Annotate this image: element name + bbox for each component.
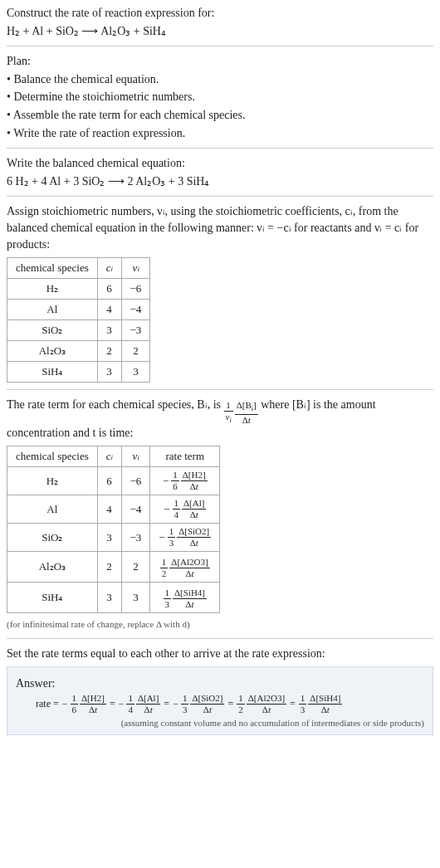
cell-c: 4 — [97, 300, 121, 320]
rate-expression: rate = −16 Δ[H2]Δt = −14 Δ[Al]Δt = −13 Δ… — [16, 694, 424, 714]
intro-part1: The rate term for each chemical species,… — [7, 398, 221, 411]
col-rate-term: rate term — [150, 446, 220, 467]
col-species: chemical species — [7, 446, 98, 467]
cell-rate-term: −13 Δ[SiO2]Δt — [150, 524, 220, 552]
table-header-row: chemical species cᵢ νᵢ rate term — [7, 446, 220, 467]
table-row: SiH₄ 3 3 13 Δ[SiH4]Δt — [7, 583, 220, 613]
sign: − — [164, 503, 169, 516]
cell-species: Al — [7, 495, 98, 524]
col-ci-text: cᵢ — [106, 450, 113, 462]
cell-rate-term: 12 Δ[Al2O3]Δt — [150, 552, 220, 583]
cell-v: 3 — [121, 362, 150, 383]
rate-label: rate = — [36, 698, 59, 710]
cell-v: −6 — [121, 467, 150, 495]
cell-v: −3 — [121, 524, 150, 552]
rate-terms-table: chemical species cᵢ νᵢ rate term H₂ 6 −6… — [7, 446, 220, 613]
cell-species: Al — [7, 300, 98, 320]
col-species: chemical species — [7, 258, 98, 279]
cell-species: H₂ — [7, 467, 98, 495]
plan-item: • Determine the stoichiometric numbers. — [7, 89, 433, 105]
cell-species: SiO₂ — [7, 524, 98, 552]
cell-rate-term: 13 Δ[SiH4]Δt — [150, 583, 220, 613]
cell-species: SiH₄ — [7, 583, 98, 613]
cell-c: 3 — [97, 524, 121, 552]
answer-label: Answer: — [16, 675, 424, 692]
cell-c: 2 — [97, 341, 121, 362]
balanced-equation: 6 H₂ + 4 Al + 3 SiO₂ ⟶ 2 Al₂O₃ + 3 SiH₄ — [7, 173, 433, 190]
frac-coef: 1νi — [224, 401, 233, 424]
table-row: H₂ 6 −6 — [7, 279, 150, 300]
sign: − — [159, 531, 164, 544]
table-row: Al₂O₃ 2 2 12 Δ[Al2O3]Δt — [7, 552, 220, 583]
cell-v: 2 — [121, 552, 150, 583]
col-vi: νᵢ — [121, 258, 150, 279]
cell-c: 6 — [97, 467, 121, 495]
table-row: SiH₄ 3 3 — [7, 362, 150, 383]
answer-note: (assuming constant volume and no accumul… — [16, 718, 424, 728]
col-vi-text: νᵢ — [133, 261, 139, 274]
table-row: SiO₂ 3 −3 — [7, 320, 150, 341]
table-row: Al₂O₃ 2 2 — [7, 341, 150, 362]
unbalanced-reaction: H₂ + Al + SiO₂ ⟶ Al₂O₃ + SiH₄ — [7, 23, 433, 40]
frac-delta: Δ[Bi]Δt — [235, 401, 258, 424]
plan-title: Plan: — [7, 53, 433, 70]
cell-c: 3 — [97, 320, 121, 341]
balanced-title: Write the balanced chemical equation: — [7, 155, 433, 172]
infinitesimal-note: (for infinitesimal rate of change, repla… — [7, 618, 433, 631]
cell-species: SiO₂ — [7, 320, 98, 341]
cell-v: −3 — [121, 320, 150, 341]
col-ci: cᵢ — [97, 446, 121, 467]
cell-v: 3 — [121, 583, 150, 613]
table-row: SiO₂ 3 −3 −13 Δ[SiO2]Δt — [7, 524, 220, 552]
cell-c: 3 — [97, 583, 121, 613]
answer-box: Answer: rate = −16 Δ[H2]Δt = −14 Δ[Al]Δt… — [7, 666, 433, 735]
cell-c: 2 — [97, 552, 121, 583]
cell-v: 2 — [121, 341, 150, 362]
col-vi: νᵢ — [121, 446, 150, 467]
col-ci: cᵢ — [97, 258, 121, 279]
divider — [7, 638, 433, 639]
plan-item: • Assemble the rate term for each chemic… — [7, 107, 433, 124]
cell-species: H₂ — [7, 279, 98, 300]
final-intro: Set the rate terms equal to each other t… — [7, 646, 433, 662]
plan-item-text: Assemble the rate term for each chemical… — [13, 109, 246, 121]
plan-item-text: Balance the chemical equation. — [13, 73, 159, 85]
divider — [7, 389, 433, 390]
cell-c: 6 — [97, 279, 121, 300]
prompt-text: Construct the rate of reaction expressio… — [7, 5, 433, 22]
cell-species: SiH₄ — [7, 362, 98, 383]
plan-item-text: Determine the stoichiometric numbers. — [13, 90, 195, 103]
plan-item: • Write the rate of reaction expression. — [7, 125, 433, 142]
divider — [7, 148, 433, 149]
cell-v: −6 — [121, 279, 150, 300]
stoich-intro: Assign stoichiometric numbers, νᵢ, using… — [7, 203, 433, 252]
divider — [7, 196, 433, 197]
plan-item-text: Write the rate of reaction expression. — [13, 127, 185, 139]
cell-rate-term: −16 Δ[H2]Δt — [150, 467, 220, 495]
cell-c: 3 — [97, 362, 121, 383]
rate-term-formula: 1νi Δ[Bi]Δt — [224, 401, 258, 424]
cell-c: 4 — [97, 495, 121, 524]
divider — [7, 46, 433, 46]
table-header-row: chemical species cᵢ νᵢ — [7, 258, 150, 279]
col-ci-text: cᵢ — [106, 261, 113, 274]
table-row: H₂ 6 −6 −16 Δ[H2]Δt — [7, 467, 220, 495]
plan-item: • Balance the chemical equation. — [7, 71, 433, 88]
cell-v: −4 — [121, 300, 150, 320]
sign: − — [163, 475, 169, 488]
cell-species: Al₂O₃ — [7, 341, 98, 362]
cell-species: Al₂O₃ — [7, 552, 98, 583]
table-row: Al 4 −4 −14 Δ[Al]Δt — [7, 495, 220, 524]
stoich-table: chemical species cᵢ νᵢ H₂ 6 −6 Al 4 −4 S… — [7, 257, 150, 383]
rate-terms-intro: The rate term for each chemical species,… — [7, 397, 433, 441]
col-vi-text: νᵢ — [133, 450, 139, 462]
cell-rate-term: −14 Δ[Al]Δt — [150, 495, 220, 524]
table-row: Al 4 −4 — [7, 300, 150, 320]
cell-v: −4 — [121, 495, 150, 524]
